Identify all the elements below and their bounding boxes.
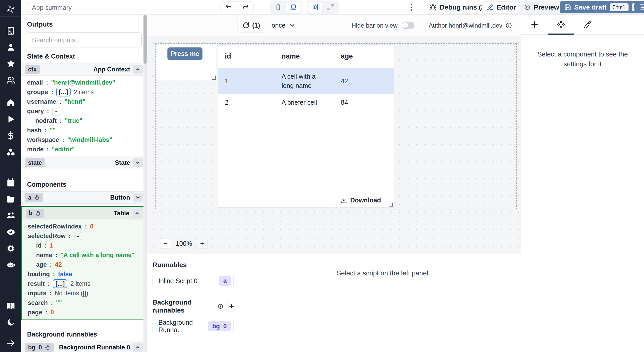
table-cell[interactable]: 1 <box>218 68 275 94</box>
home-icon[interactable] <box>5 97 16 108</box>
output-kv-row: mode:"editor" <box>27 144 141 154</box>
search-outputs-input[interactable] <box>27 32 142 47</box>
table-cell[interactable]: 84 <box>334 94 394 111</box>
table-output-list: selectedRowIndex:0selectedRow:-id:1name:… <box>22 219 146 320</box>
download-button[interactable]: Download <box>335 195 386 206</box>
table-component-card[interactable]: idnameage 1A cell with a long name422A b… <box>218 44 394 208</box>
recompute-policy-dropdown[interactable]: once <box>267 18 300 33</box>
hide-bar-toggle[interactable] <box>402 22 414 29</box>
info-icon[interactable] <box>505 22 512 29</box>
collapse-arrow-right-icon[interactable] <box>5 338 16 349</box>
schedules-calendar-icon[interactable] <box>5 177 16 188</box>
output-value: "A cell with a long name" <box>61 251 134 259</box>
dark-mode-moon-icon[interactable] <box>5 317 16 328</box>
groups-icon[interactable] <box>5 75 16 86</box>
chevron-up-icon[interactable] <box>133 343 143 352</box>
folders-icon[interactable] <box>5 193 16 205</box>
tab-insert-component[interactable] <box>521 15 548 34</box>
save-draft-button[interactable]: Save draft CtrlS <box>560 1 644 13</box>
output-value: 1 <box>50 242 53 249</box>
output-key: hash <box>27 127 41 134</box>
refresh-button[interactable]: (1) <box>238 18 265 33</box>
tab-theme-brush[interactable] <box>574 15 601 34</box>
zoom-in-button[interactable]: + <box>197 239 208 248</box>
app-canvas[interactable]: Press me idnameage 1A cell with a long n… <box>147 36 521 254</box>
save-draft-label: Save draft <box>574 3 607 11</box>
button-component-header[interactable]: a Button <box>21 191 147 204</box>
background-runnable-badge: bg_0 <box>208 321 231 331</box>
hand-pointer-icon <box>45 344 51 350</box>
workers-users-gear-icon[interactable] <box>5 210 16 221</box>
undo-redo-group <box>220 1 254 13</box>
favorites-star-icon[interactable] <box>5 58 16 69</box>
audit-eye-icon[interactable] <box>5 226 16 238</box>
output-kv-row: groups:[...]2 items <box>27 87 141 97</box>
info-icon[interactable] <box>218 303 223 310</box>
undo-button[interactable] <box>221 2 237 13</box>
docs-book-icon[interactable] <box>5 300 16 312</box>
outputs-scrollbar[interactable] <box>143 15 147 352</box>
output-kv-row: name:"A cell with a long name" <box>30 250 140 260</box>
button-component-card[interactable]: Press me <box>156 44 216 80</box>
mobile-view-button[interactable] <box>271 2 285 13</box>
settings-gear-icon[interactable] <box>5 243 16 254</box>
preview-tab[interactable]: Preview <box>520 2 563 13</box>
chevron-up-icon[interactable] <box>133 65 143 74</box>
press-me-button[interactable]: Press me <box>167 47 202 60</box>
table-row[interactable]: 2A briefer cell84 <box>218 94 394 111</box>
colon: : <box>45 309 47 316</box>
colon: : <box>62 136 64 143</box>
outputs-scrollbar-thumb[interactable] <box>143 15 147 64</box>
variables-dollar-icon[interactable] <box>5 130 16 141</box>
output-kv-row: result:[...]2 items <box>28 279 140 288</box>
table-component-header[interactable]: b Table <box>22 207 146 219</box>
workspace-building-icon[interactable] <box>5 25 16 36</box>
colon: : <box>60 117 62 124</box>
output-key: groups <box>27 88 48 96</box>
plus-icon <box>530 20 539 29</box>
windmill-logo-icon[interactable] <box>5 3 17 16</box>
zoom-out-button[interactable]: − <box>160 239 171 248</box>
editor-tab[interactable]: Editor <box>483 2 520 13</box>
state-section-header[interactable]: state State <box>21 157 147 169</box>
output-value[interactable]: [...] <box>53 279 67 288</box>
background-runnable-item[interactable]: Background Runna... bg_0 <box>152 320 234 332</box>
tab-component-settings[interactable] <box>548 15 574 34</box>
output-value[interactable]: - <box>52 107 60 116</box>
fullscreen-expand-icon[interactable] <box>323 2 338 13</box>
table-cell[interactable]: A briefer cell <box>275 94 334 111</box>
ctx-section-header[interactable]: ctx App Context <box>21 63 147 76</box>
more-menu-button[interactable]: ⋮ <box>408 2 416 13</box>
resize-handle[interactable] <box>212 76 216 80</box>
resources-cubes-icon[interactable] <box>5 146 16 158</box>
state-context-heading: State & Context <box>27 53 140 60</box>
chevron-down-icon[interactable] <box>133 158 143 167</box>
app-summary-input[interactable] <box>27 2 139 13</box>
output-value: "henri@windmill.dev" <box>51 79 115 86</box>
table-cell[interactable]: A cell with a long name <box>275 68 334 94</box>
center-canvas-button[interactable] <box>308 2 323 13</box>
runs-play-icon[interactable] <box>5 113 16 125</box>
select-script-message: Select a script on the left panel <box>337 269 428 352</box>
bg-runnable-header[interactable]: bg_0 Background Runnable 0 <box>21 341 147 352</box>
ai-robot-icon[interactable] <box>5 259 16 271</box>
settings-panel: Select a component to see the settings f… <box>521 15 644 352</box>
chevron-up-icon[interactable] <box>132 209 142 218</box>
table-row[interactable]: 1A cell with a long name42 <box>218 68 394 94</box>
output-kv-row: age:42 <box>30 260 140 269</box>
output-value[interactable]: [...] <box>56 88 71 96</box>
output-value[interactable]: - <box>74 232 82 240</box>
deploy-button[interactable]: Deploy <box>634 1 644 13</box>
inline-script-item[interactable]: Inline Script 0 a <box>152 275 234 287</box>
user-icon[interactable] <box>5 42 16 53</box>
state-section-label: State <box>115 159 130 166</box>
add-background-runnable-button[interactable] <box>227 301 236 312</box>
output-key: username <box>27 98 56 105</box>
chevron-down-icon[interactable] <box>133 193 143 202</box>
desktop-view-button[interactable] <box>286 2 301 13</box>
kbd-ctrl: Ctrl <box>610 3 629 11</box>
redo-button[interactable] <box>237 2 253 13</box>
table-cell[interactable]: 2 <box>218 94 275 111</box>
table-cell[interactable]: 42 <box>334 68 394 94</box>
resize-handle[interactable] <box>389 203 393 207</box>
